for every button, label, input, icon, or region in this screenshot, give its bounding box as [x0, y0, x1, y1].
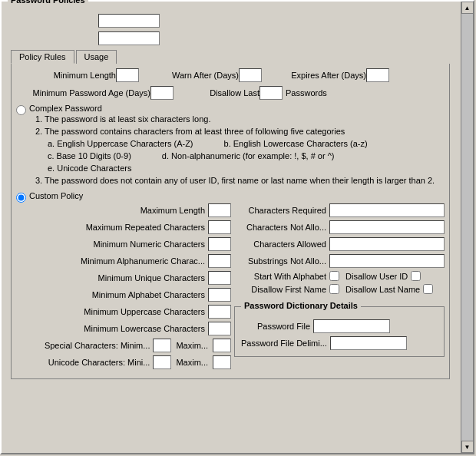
dict-panel: Password Dictionary Details Password Fil… [234, 306, 445, 357]
chars-required-input[interactable] [329, 203, 445, 217]
max-repeated-row: Maximum Repeated Characters [29, 220, 231, 234]
disallow-userid-checkbox[interactable] [411, 271, 421, 281]
min-unique-input[interactable] [208, 271, 231, 285]
password-file-label: Password File [241, 322, 310, 331]
max-length-row: Maximum Length [29, 203, 231, 217]
min-unique-label: Minimum Unique Characters [74, 273, 205, 283]
max-length-input[interactable] [208, 203, 231, 217]
start-alpha-row: Start With Alphabet Disallow User ID [234, 271, 445, 281]
policy-name-input[interactable] [98, 14, 160, 28]
policy-name-row [11, 14, 450, 28]
special-chars-max-input[interactable] [213, 339, 231, 352]
chars-required-label: Characters Required [234, 206, 326, 215]
complex-item-1: The password is at least six characters … [45, 114, 210, 124]
min-alphanum-row: Minimum Alphanumeric Charac... [29, 254, 231, 268]
password-file-input[interactable] [313, 319, 390, 333]
min-numeric-label: Minimum Numeric Characters [74, 240, 205, 249]
vertical-scrollbar[interactable]: ▲ ▼ [461, 2, 473, 453]
right-column: Characters Required Characters Not Allo.… [231, 203, 445, 369]
scroll-down-button[interactable]: ▼ [461, 441, 474, 453]
length-row: Minimum Length Warn After (Days) Expires… [16, 68, 445, 82]
unicode-chars-min-input[interactable] [153, 355, 171, 369]
max-repeated-label: Maximum Repeated Characters [74, 223, 205, 232]
chars-required-row: Characters Required [234, 203, 445, 217]
max-length-label: Maximum Length [74, 206, 205, 215]
custom-fields: Maximum Length Maximum Repeated Characte… [29, 203, 445, 369]
complex-description: 1. The password is at least six characte… [29, 113, 435, 187]
chars-not-allo-row: Characters Not Allo... [234, 220, 445, 234]
policy-desc-input[interactable] [98, 31, 160, 45]
min-unique-row: Minimum Unique Characters [29, 271, 231, 285]
disallow-last-label: Disallow Last [183, 88, 259, 97]
special-chars-min-input[interactable] [153, 339, 171, 352]
password-file-row: Password File [241, 319, 438, 333]
min-upper-input[interactable] [208, 305, 231, 319]
min-lower-row: Minimum Lowercase Characters [29, 322, 231, 335]
unicode-chars-row: Unicode Characters: Mini... Maxim... [29, 355, 231, 369]
complex-sub-e: e. Unicode Characters [48, 162, 435, 174]
substrings-input[interactable] [329, 254, 445, 268]
policy-desc-row [11, 31, 450, 45]
special-chars-label: Special Characters: Minim... [45, 341, 150, 350]
start-alpha-checkbox[interactable] [329, 271, 339, 281]
password-delim-input[interactable] [330, 336, 407, 350]
min-length-label: Minimum Length [16, 71, 116, 80]
complex-item-3: The password does not contain any of use… [45, 176, 435, 185]
max-repeated-input[interactable] [208, 220, 231, 234]
maxim2-label: Maxim... [176, 358, 208, 367]
chars-allowed-input[interactable] [329, 237, 445, 251]
complex-item-2: The password contains characters from at… [45, 127, 345, 136]
disallow-name-row: Disallow First Name Disallow Last Name [234, 284, 445, 294]
complex-password-section: Complex Password 1. The password is at l… [16, 104, 445, 187]
scroll-up-button[interactable]: ▲ [461, 2, 474, 14]
warn-after-label: Warn After (Days) [154, 71, 239, 80]
chars-not-allo-label: Characters Not Allo... [234, 223, 326, 232]
complex-sub-c: c. Base 10 Digits (0-9) [48, 150, 131, 162]
age-row: Minimum Password Age (Days) Disallow Las… [16, 86, 445, 100]
chars-allowed-label: Characters Allowed [234, 240, 326, 249]
left-column: Maximum Length Maximum Repeated Characte… [29, 203, 231, 369]
complex-label: Complex Password [29, 104, 435, 113]
min-alpha-input[interactable] [208, 288, 231, 302]
maxim-label: Maxim... [176, 341, 208, 350]
complex-sub-a: a. English Uppercase Characters (A-Z) [48, 137, 193, 150]
complex-radio[interactable] [16, 105, 26, 115]
tabs-container: Policy Rules Usage [11, 50, 450, 64]
password-delim-row: Password File Delimi... [241, 336, 438, 350]
min-numeric-row: Minimum Numeric Characters [29, 237, 231, 251]
complex-sub-b: b. English Lowercase Characters (a-z) [224, 137, 368, 150]
min-alpha-row: Minimum Alphabet Characters [29, 288, 231, 302]
min-alphanum-input[interactable] [208, 254, 231, 268]
custom-radio[interactable] [16, 193, 26, 203]
min-length-input[interactable] [116, 68, 139, 82]
min-alpha-label: Minimum Alphabet Characters [74, 290, 205, 299]
tab-panel: Minimum Length Warn After (Days) Expires… [11, 64, 450, 379]
custom-label: Custom Policy [29, 191, 445, 200]
chars-not-allo-input[interactable] [329, 220, 445, 234]
min-lower-label: Minimum Lowercase Characters [74, 324, 205, 333]
special-chars-row: Special Characters: Minim... Maxim... [29, 339, 231, 352]
disallow-firstname-checkbox[interactable] [329, 284, 339, 294]
min-upper-row: Minimum Uppercase Characters [29, 305, 231, 319]
disallow-last-input[interactable] [259, 86, 283, 100]
unicode-chars-label: Unicode Characters: Mini... [48, 358, 150, 367]
tab-usage[interactable]: Usage [76, 50, 117, 64]
custom-policy-section: Custom Policy Maximum Length [16, 191, 445, 369]
unicode-chars-max-input[interactable] [213, 355, 231, 369]
min-alphanum-label: Minimum Alphanumeric Charac... [74, 256, 205, 266]
disallow-lastname-checkbox[interactable] [423, 284, 433, 294]
min-age-input[interactable] [150, 86, 174, 100]
min-lower-input[interactable] [208, 322, 231, 335]
min-age-label: Minimum Password Age (Days) [16, 88, 150, 97]
expires-after-label: Expires After (Days) [274, 71, 366, 80]
disallow-userid-label: Disallow User ID [345, 272, 408, 281]
min-numeric-input[interactable] [208, 237, 231, 251]
dict-title: Password Dictionary Details [241, 301, 361, 310]
password-delim-label: Password File Delimi... [241, 339, 327, 348]
panel-title: Password Policies [8, 0, 88, 5]
expires-after-input[interactable] [366, 68, 389, 82]
substrings-row: Substrings Not Allo... [234, 254, 445, 268]
warn-after-input[interactable] [239, 68, 262, 82]
tab-policy-rules[interactable]: Policy Rules [11, 50, 74, 64]
chars-allowed-row: Characters Allowed [234, 237, 445, 251]
